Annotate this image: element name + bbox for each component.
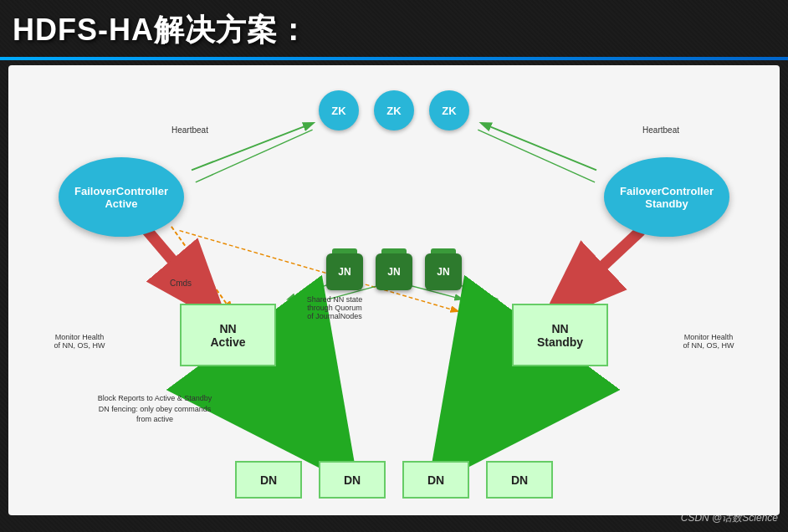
svg-line-1	[196, 130, 313, 182]
svg-line-3	[478, 130, 595, 182]
nn-active-box: NN Active	[180, 304, 276, 366]
zk-node-3: ZK	[429, 90, 469, 130]
jn-node-1: JN	[326, 253, 363, 290]
nn-standby-box: NN Standby	[512, 304, 608, 366]
svg-line-13	[466, 360, 522, 437]
label-monitor-health-right: Monitor Health of NN, OS, HW	[667, 333, 750, 350]
failover-controller-active: FailoverController Active	[59, 157, 184, 237]
page-title: HDFS-HA解决方案：	[13, 10, 309, 51]
dn-node-3: DN	[402, 461, 469, 499]
watermark: CSDN @话数Science	[681, 511, 778, 525]
jn-row: JN JN JN	[8, 253, 780, 290]
accent-line	[0, 57, 788, 60]
label-block-reports: Block Reports to Active & Standby DN fen…	[84, 393, 226, 425]
dn-row: DN DN DN DN	[8, 461, 780, 499]
failover-controller-standby: FailoverController Standby	[604, 157, 729, 237]
label-heartbeat-right: Heartbeat	[642, 125, 679, 135]
zk-node-1: ZK	[319, 90, 359, 130]
svg-line-12	[264, 360, 320, 437]
label-monitor-health-left: Monitor Health of NN, OS, HW	[38, 333, 121, 350]
zk-row: ZK ZK ZK	[8, 90, 780, 130]
jn-node-2: JN	[376, 253, 412, 290]
jn-node-3: JN	[425, 253, 462, 290]
dn-node-2: DN	[319, 461, 386, 499]
label-shared-nn: Shared NN state through Quorum of Journa…	[284, 295, 385, 320]
dn-node-4: DN	[486, 461, 553, 499]
label-heartbeat-left: Heartbeat	[171, 125, 208, 135]
diagram-container: ZK ZK ZK Heartbeat Heartbeat FailoverCon…	[8, 65, 780, 515]
dn-node-1: DN	[235, 461, 302, 499]
zk-node-2: ZK	[374, 90, 414, 130]
